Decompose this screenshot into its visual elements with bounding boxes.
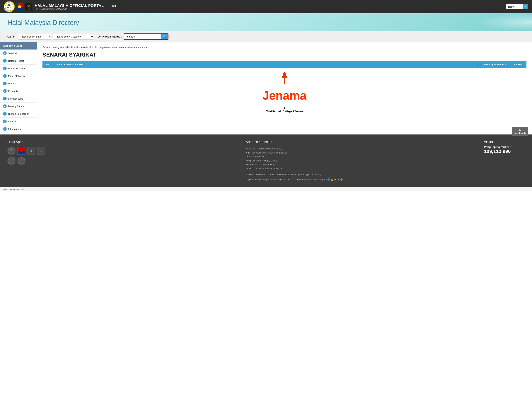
portal-title-text: HALAL MALAYSIA OFFICIAL PORTAL xyxy=(35,3,104,8)
sidebar-header: Kategori / Skim xyxy=(0,42,37,49)
halal-logo: حلال HALAL xyxy=(4,1,15,12)
sidebar-item-menu-makanan[interactable]: ✓ Menu Makanan xyxy=(0,72,37,80)
footer-contact: Telefon : 03-8892 5000 | Fax : 03-8892 5… xyxy=(246,173,476,177)
state-select[interactable]: Please Select State Johor Kedah Kelantan… xyxy=(18,34,51,39)
browser-icons: 🌐 🔥 ⚡ ★ 🌐 xyxy=(327,178,343,181)
category-select[interactable]: Please Select Category Syarikat Hotel & … xyxy=(53,34,94,39)
content-area: Selamat datang ke direktori Halal Malays… xyxy=(37,42,532,134)
footer-logo-flag: ★ xyxy=(17,147,26,155)
header: حلال HALAL ★ JAKIM ☪ xyxy=(0,0,532,13)
footer-address: Address / Location BAHAGIAN PENGURUSAN H… xyxy=(246,140,476,182)
svg-text:◈: ◈ xyxy=(30,149,33,152)
portal-subtitle: PORTAL RASMI HALAL MALAYSIA xyxy=(35,8,503,10)
footer-logo-jakim: JAKIM ☪ xyxy=(7,147,16,155)
sidebar-item-kosmetik[interactable]: ✓ Kosmetik xyxy=(0,87,37,95)
svg-text:حلال: حلال xyxy=(7,4,11,6)
check-icon-produk: ✓ xyxy=(3,82,7,85)
check-icon-barang: ✓ xyxy=(3,104,7,108)
sidebar-item-rumah-sembelihan[interactable]: ✓ Rumah Sembelihan xyxy=(0,110,37,118)
search-label: Carian: xyxy=(7,35,16,38)
svg-text:HALAL: HALAL xyxy=(7,7,11,8)
footer-logo-circle2: H xyxy=(7,157,16,165)
sidebar-label-farma: Farmaseutikal xyxy=(8,97,23,100)
table-header-bil: Bil xyxy=(43,61,54,68)
svg-text:♡: ♡ xyxy=(21,160,22,162)
check-icon-hotel: ✓ xyxy=(3,59,7,63)
sidebar-item-international[interactable]: ✓ International xyxy=(0,125,37,133)
verify-input[interactable] xyxy=(124,34,161,39)
footer-halal-apps: Halal Apps JAKIM ☪ ★ xyxy=(7,140,238,182)
footer: Halal Apps JAKIM ☪ ★ xyxy=(0,134,532,187)
svg-text:★: ★ xyxy=(21,150,22,152)
svg-text:★: ★ xyxy=(19,6,21,8)
sidebar-label-produk: Produk xyxy=(8,82,16,85)
footer-logos-row2: H ♡ xyxy=(7,157,238,165)
lang-eng[interactable]: ENG xyxy=(106,5,111,7)
footer-logo-circle3: ♡ xyxy=(17,157,26,165)
section-title: SENARAI SYARIKAT xyxy=(42,52,526,58)
table-pagination[interactable]: [ 1 ] xyxy=(42,106,526,109)
footer-resolution: Paparan terbaik dengan resolusi 1024 x 7… xyxy=(246,178,476,182)
check-icon-logistik: ✓ xyxy=(3,120,7,123)
svg-text:JAKIM: JAKIM xyxy=(10,149,13,150)
nav-dropdown-wrapper: Home About Directory News Contact ▼ xyxy=(506,4,528,9)
footer-logos-row1: JAKIM ☪ ★ ◈ xyxy=(7,147,238,155)
footer-address-title: Address / Location xyxy=(246,140,476,144)
welcome-text: Selamat datang ke direktori Halal Malays… xyxy=(42,46,526,48)
check-icon-syarikat: ✓ xyxy=(3,51,7,55)
sidebar-item-premis-makanan[interactable]: ✓ Premis Makanan xyxy=(0,65,37,72)
sidebar: Kategori / Skim ✓ Syarikat ✓ Hotel & Res… xyxy=(0,42,37,134)
svg-text:JAKIM: JAKIM xyxy=(27,5,30,6)
footer-wrapper: ⚙ Social Media Halal Apps JAKIM ☪ xyxy=(0,134,532,187)
sidebar-label-syarikat: Syarikat xyxy=(8,52,17,55)
header-title-area: HALAL MALAYSIA OFFICIAL PORTAL ENG BM PO… xyxy=(35,3,503,10)
sidebar-label-rumah: Rumah Sembelihan xyxy=(8,113,29,115)
status-bar: directory/index_directory xyxy=(0,187,532,191)
visitor-count: 109,112,990 xyxy=(484,149,525,154)
pagination-text[interactable]: [ 1 ] xyxy=(282,106,286,109)
sidebar-item-barang-gunaan[interactable]: ✓ Barang Gunaan xyxy=(0,103,37,110)
sidebar-label-logistik: Logistik xyxy=(8,120,16,123)
table-header-nama: Nama & Alamat Syarikat xyxy=(54,61,478,68)
sidebar-label-kosmetik: Kosmetik xyxy=(8,90,18,93)
svg-rect-7 xyxy=(25,3,31,10)
sidebar-label-barang: Barang Gunaan xyxy=(8,105,25,108)
sidebar-item-hotel-resort[interactable]: ✓ Hotel & Resort xyxy=(0,57,37,65)
sidebar-item-farmaseutikal[interactable]: ✓ Farmaseutikal xyxy=(0,95,37,103)
table-header-syarikat: Syarikat xyxy=(511,61,526,68)
footer-halal-apps-title: Halal Apps xyxy=(7,140,238,144)
check-icon-kosmetik: ✓ xyxy=(3,89,7,93)
check-icon-international: ✓ xyxy=(3,127,7,131)
lang-bm[interactable]: BM xyxy=(112,5,116,7)
sidebar-item-produk[interactable]: ✓ Produk xyxy=(0,80,37,87)
header-nav: Home About Directory News Contact ▼ xyxy=(506,4,528,9)
sidebar-item-syarikat[interactable]: ✓ Syarikat xyxy=(0,49,37,57)
status-url: directory/index_directory xyxy=(2,188,24,190)
svg-point-0 xyxy=(5,3,13,11)
results-table: Bil Nama & Alamat Syarikat Tarikh Luput … xyxy=(42,61,526,104)
banner-title: Halal Malaysia Directory xyxy=(7,19,525,27)
social-media-label: Social Media xyxy=(514,132,526,134)
social-media-button[interactable]: ⚙ Social Media xyxy=(512,127,528,136)
sidebar-item-logistik[interactable]: ✓ Logistik xyxy=(0,118,37,125)
sidebar-label-premis: Premis Makanan xyxy=(8,67,26,70)
verify-search-button[interactable]: 🔍 xyxy=(161,34,168,39)
check-icon-premis: ✓ xyxy=(3,66,7,70)
table-total: Total Record : 0 - Page 1 From 0 xyxy=(42,110,526,113)
malaysia-flag-logo: ★ xyxy=(17,3,24,10)
nav-select[interactable]: Home About Directory News Contact xyxy=(506,4,528,9)
footer-logo-ccm: CCM xyxy=(37,147,46,155)
table-header-tarikh: Tarikh Luput Sijil Halal xyxy=(478,61,511,68)
footer-address-text: BAHAGIAN PENGURUSAN HALAL, JABATAN KEMAJ… xyxy=(246,147,476,171)
svg-text:☪: ☪ xyxy=(11,151,12,152)
banner: Halal Malaysia Directory xyxy=(0,13,532,31)
check-icon-rumah: ✓ xyxy=(3,112,7,116)
visitor-count-label: Pengunjung terkini : xyxy=(484,145,525,149)
sidebar-label-menu: Menu Makanan xyxy=(8,75,25,77)
main-content: Kategori / Skim ✓ Syarikat ✓ Hotel & Res… xyxy=(0,42,532,134)
header-logos: حلال HALAL ★ JAKIM ☪ xyxy=(4,1,32,12)
arrow-annotation xyxy=(43,72,526,85)
footer-visitor: Visitor Pengunjung terkini : 109,112,990 xyxy=(484,140,525,182)
portal-title: HALAL MALAYSIA OFFICIAL PORTAL ENG BM xyxy=(35,3,503,8)
footer-logo-app1: ◈ xyxy=(27,147,36,155)
